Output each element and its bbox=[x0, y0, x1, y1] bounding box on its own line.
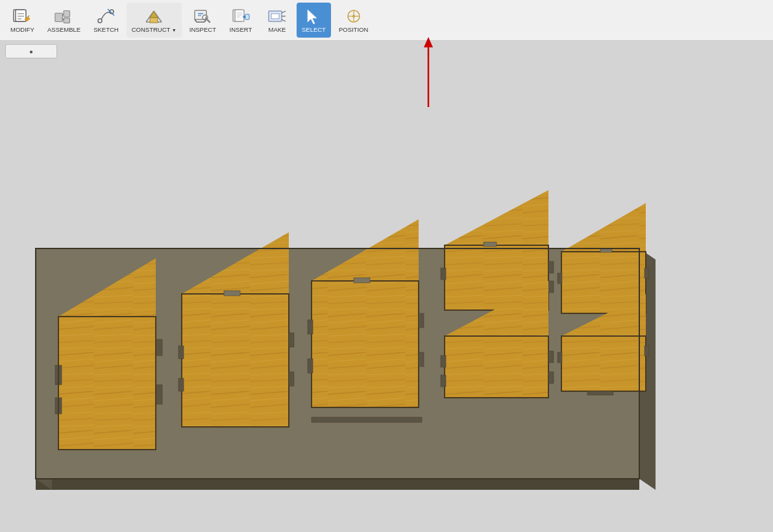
toolbar-label-make: MAKE bbox=[268, 26, 286, 33]
svg-rect-1 bbox=[16, 10, 26, 21]
small-btn-icon: ● bbox=[29, 48, 33, 55]
svg-rect-31 bbox=[245, 14, 249, 19]
svg-marker-58 bbox=[36, 479, 639, 490]
toolbar-item-select[interactable]: SELECT bbox=[297, 3, 331, 38]
svg-rect-98 bbox=[548, 351, 554, 363]
svg-rect-77 bbox=[354, 278, 370, 283]
toolbar-item-inspect[interactable]: INSPECT bbox=[184, 3, 221, 38]
toolbar-label-assemble: ASSEMBLE bbox=[47, 26, 80, 33]
svg-rect-74 bbox=[289, 372, 294, 386]
construct-icon bbox=[143, 7, 164, 25]
svg-rect-93 bbox=[644, 268, 649, 278]
svg-marker-89 bbox=[561, 203, 646, 313]
svg-rect-17 bbox=[150, 18, 158, 23]
svg-marker-75 bbox=[312, 219, 419, 407]
svg-rect-70 bbox=[224, 291, 240, 296]
toolbar-label-insert: INSERT bbox=[230, 26, 252, 33]
svg-rect-8 bbox=[64, 18, 69, 23]
toolbar-label-select: SELECT bbox=[302, 26, 326, 33]
svg-rect-7 bbox=[64, 11, 69, 17]
sketch-icon bbox=[95, 7, 116, 25]
svg-rect-104 bbox=[587, 391, 613, 395]
toolbar-item-sketch[interactable]: SKETCH bbox=[88, 3, 124, 38]
toolbar-label-inspect: INSPECT bbox=[190, 26, 216, 33]
svg-rect-80 bbox=[419, 313, 424, 328]
position-icon bbox=[343, 7, 364, 25]
svg-marker-37 bbox=[308, 10, 317, 24]
svg-rect-96 bbox=[441, 356, 446, 367]
insert-icon bbox=[230, 7, 251, 25]
toolbar-label-construct: CONSTRUCT ▼ bbox=[132, 26, 177, 33]
3d-viewport[interactable] bbox=[0, 41, 773, 532]
toolbar-label-sketch: SKETCH bbox=[93, 26, 119, 33]
assemble-icon bbox=[54, 7, 75, 25]
svg-rect-81 bbox=[419, 352, 424, 367]
svg-rect-27 bbox=[235, 10, 244, 21]
inspect-icon bbox=[192, 7, 213, 25]
toolbar-item-insert[interactable]: INSERT bbox=[224, 3, 258, 38]
main-toolbar: MODIFY ASSEMBLE SKETCH bbox=[0, 0, 773, 41]
toolbar-item-position[interactable]: POSITION bbox=[334, 3, 373, 38]
svg-rect-33 bbox=[271, 14, 279, 19]
svg-rect-73 bbox=[289, 333, 294, 347]
make-icon bbox=[267, 7, 288, 25]
svg-rect-86 bbox=[441, 268, 446, 280]
svg-rect-71 bbox=[178, 346, 184, 359]
svg-rect-72 bbox=[178, 378, 184, 391]
small-toolbar-button[interactable]: ● bbox=[5, 44, 57, 58]
svg-rect-92 bbox=[558, 273, 562, 284]
svg-line-36 bbox=[282, 19, 286, 21]
svg-rect-87 bbox=[548, 261, 554, 273]
svg-rect-97 bbox=[441, 375, 446, 387]
svg-rect-66 bbox=[156, 385, 162, 404]
svg-rect-79 bbox=[308, 359, 313, 373]
toolbar-label-modify: MODIFY bbox=[10, 26, 34, 33]
svg-point-41 bbox=[352, 15, 355, 18]
3d-model bbox=[16, 106, 665, 521]
select-icon bbox=[303, 7, 324, 25]
toolbar-item-construct[interactable]: CONSTRUCT ▼ bbox=[127, 3, 182, 38]
svg-rect-82 bbox=[312, 417, 422, 422]
svg-rect-85 bbox=[484, 242, 497, 247]
svg-rect-99 bbox=[548, 372, 554, 383]
svg-rect-88 bbox=[548, 281, 554, 293]
svg-rect-6 bbox=[55, 13, 62, 21]
modify-icon bbox=[12, 7, 32, 25]
svg-line-5 bbox=[28, 16, 29, 17]
svg-line-34 bbox=[282, 11, 286, 13]
toolbar-item-modify[interactable]: MODIFY bbox=[5, 3, 40, 38]
svg-rect-103 bbox=[644, 346, 649, 356]
toolbar-item-make[interactable]: MAKE bbox=[260, 3, 294, 38]
svg-rect-78 bbox=[308, 320, 313, 334]
svg-rect-65 bbox=[156, 339, 162, 356]
toolbar-item-assemble[interactable]: ASSEMBLE bbox=[42, 3, 86, 38]
svg-rect-102 bbox=[558, 352, 562, 363]
toolbar-label-position: POSITION bbox=[339, 26, 368, 33]
